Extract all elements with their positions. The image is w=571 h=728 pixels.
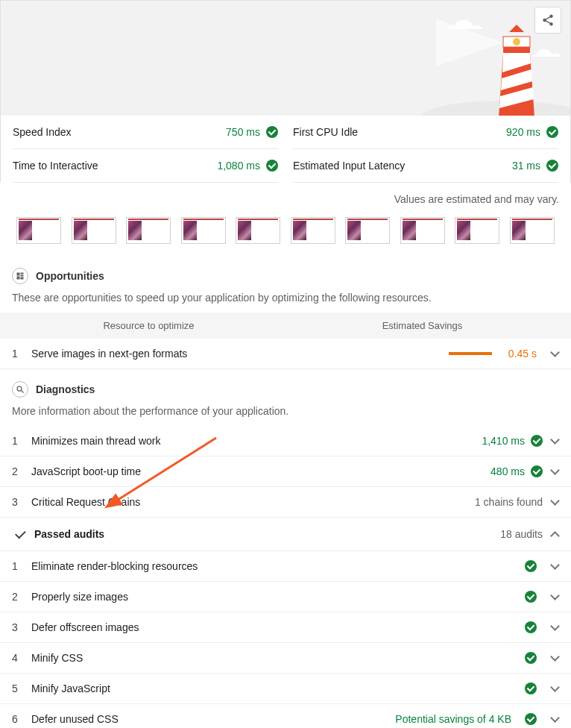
metric-speed-index: Speed Index 750 ms [13, 116, 278, 149]
row-title: Serve images in next-gen formats [31, 348, 410, 360]
filmstrip-frame [345, 217, 390, 244]
diagnostic-row[interactable]: 2JavaScript boot-up time480 ms [0, 456, 571, 487]
pass-icon [525, 652, 537, 664]
chevron-down-icon [550, 715, 559, 724]
report-header [0, 0, 571, 116]
svg-point-5 [17, 386, 22, 391]
filmstrip-frame [181, 217, 226, 244]
savings-bar [417, 352, 492, 355]
pass-icon [525, 682, 537, 694]
passed-audit-row[interactable]: 4Minify CSS [0, 643, 571, 674]
savings-value: 0.45 s [508, 348, 537, 360]
row-number: 2 [12, 465, 24, 477]
filmstrip-frame [455, 217, 499, 244]
row-value: 480 ms [490, 465, 543, 477]
row-number: 6 [12, 713, 24, 725]
pass-icon [266, 160, 278, 172]
metric-value: 1,080 ms [217, 160, 260, 172]
row-number: 5 [12, 682, 24, 694]
filmstrip-frame [72, 217, 116, 244]
opp-head-right: Estimated Savings [286, 320, 559, 331]
svg-point-2 [513, 38, 520, 46]
chevron-down-icon [550, 653, 559, 662]
metrics-grid: Speed Index 750 ms Time to Interactive 1… [0, 116, 571, 183]
diagnostic-row[interactable]: 3Critical Request Chains1 chains found [0, 487, 571, 518]
row-value: 1 chains found [475, 496, 543, 508]
chevron-down-icon [550, 436, 559, 445]
svg-point-0 [421, 101, 570, 116]
pass-icon [546, 126, 558, 138]
pass-icon [266, 126, 278, 138]
row-title: Defer unused CSS [31, 713, 388, 725]
opp-head-left: Resource to optimize [12, 320, 286, 331]
row-number: 4 [12, 652, 24, 664]
passed-audit-row[interactable]: 5Minify JavaScript [0, 674, 571, 704]
metric-label: Time to Interactive [13, 160, 98, 172]
passed-title: Passed audits [34, 528, 493, 540]
chevron-down-icon [550, 498, 559, 506]
opportunity-row[interactable]: 1 Serve images in next-gen formats 0.45 … [0, 339, 571, 369]
filmstrip-frame [291, 217, 335, 244]
row-title: Minify CSS [31, 652, 511, 664]
chevron-down-icon [550, 467, 559, 476]
opportunities-header: Opportunities [0, 263, 571, 292]
row-title: Eliminate render-blocking resources [31, 560, 511, 572]
filmstrip-frame [400, 217, 445, 244]
chevron-down-icon [550, 623, 559, 632]
pass-icon [525, 560, 537, 572]
check-icon [12, 527, 27, 542]
metric-tti: Time to Interactive 1,080 ms [13, 149, 278, 183]
metric-value: 750 ms [226, 126, 260, 138]
passed-audit-row[interactable]: 1Eliminate render-blocking resources [0, 551, 571, 582]
row-title: Properly size images [31, 591, 511, 603]
row-extra: Potential savings of 4 KB [395, 713, 511, 725]
pass-icon [546, 160, 558, 172]
pass-icon [525, 591, 537, 603]
passed-audits-toggle[interactable]: Passed audits 18 audits [0, 518, 571, 551]
pass-icon [525, 713, 537, 725]
svg-line-6 [22, 391, 24, 393]
row-title: Minimizes main thread work [31, 435, 474, 447]
metric-label: Estimated Input Latency [293, 160, 405, 172]
svg-rect-3 [503, 47, 530, 53]
chevron-down-icon [550, 684, 559, 693]
row-number: 3 [12, 621, 24, 633]
diagnostics-desc: More information about the performance o… [0, 405, 571, 426]
metric-value: 920 ms [506, 126, 540, 138]
passed-audit-row[interactable]: 6Defer unused CSSPotential savings of 4 … [0, 704, 571, 728]
diagnostics-header: Diagnostics [0, 369, 571, 405]
filmstrip-frame [510, 217, 555, 244]
metric-input-latency: Estimated Input Latency 31 ms [293, 149, 558, 183]
passed-audit-row[interactable]: 3Defer offscreen images [0, 612, 571, 643]
magnifier-icon [12, 381, 28, 398]
metric-label: Speed Index [13, 126, 72, 138]
filmstrip-frame [236, 217, 280, 244]
filmstrip-frame [126, 217, 171, 244]
row-number: 3 [12, 496, 24, 508]
opportunities-icon [12, 268, 28, 284]
filmstrip-frame [16, 217, 61, 244]
row-title: Defer offscreen images [31, 621, 511, 633]
metric-first-cpu-idle: First CPU Idle 920 ms [293, 116, 558, 149]
diagnostic-row[interactable]: 1Minimizes main thread work1,410 ms [0, 426, 571, 456]
filmstrip [0, 213, 571, 263]
row-value: 1,410 ms [482, 435, 543, 447]
svg-marker-4 [509, 25, 524, 32]
row-number: 1 [12, 560, 24, 572]
row-title: Critical Request Chains [31, 496, 467, 508]
row-number: 1 [12, 435, 24, 447]
row-title: JavaScript boot-up time [31, 465, 483, 477]
pass-icon [525, 621, 537, 633]
row-number: 2 [12, 591, 24, 603]
pass-icon [531, 435, 543, 447]
opportunities-desc: These are opportunities to speed up your… [0, 292, 571, 313]
passed-count: 18 audits [500, 528, 543, 540]
section-title: Diagnostics [36, 383, 95, 395]
chevron-down-icon [550, 562, 559, 571]
estimate-note: Values are estimated and may vary. [0, 183, 571, 213]
passed-audit-row[interactable]: 2Properly size images [0, 582, 571, 612]
row-number: 1 [12, 348, 24, 360]
lighthouse-illustration [421, 13, 570, 116]
opportunities-table-head: Resource to optimize Estimated Savings [0, 313, 571, 339]
metric-label: First CPU Idle [293, 126, 358, 138]
